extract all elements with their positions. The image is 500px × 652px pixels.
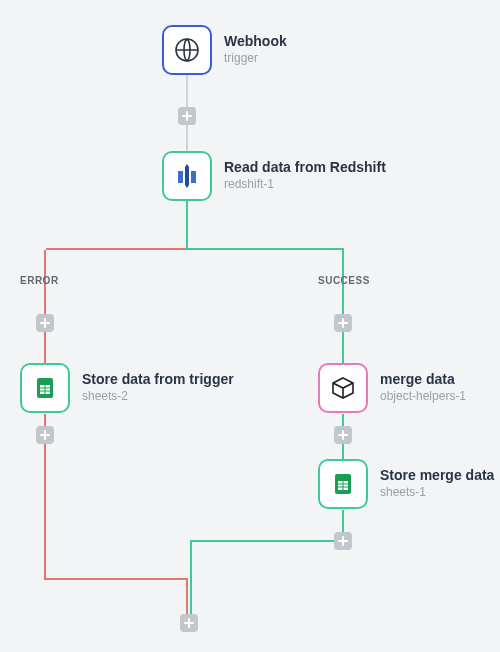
connector [46,248,188,250]
node-subtitle: sheets-1 [380,484,494,501]
svg-marker-4 [185,164,189,167]
branch-label-error: ERROR [20,275,59,286]
node-title: Store data from trigger [82,371,234,388]
node-title: Read data from Redshift [224,159,386,176]
svg-rect-1 [185,167,189,185]
node-subtitle: redshift-1 [224,176,386,193]
sheets-icon[interactable] [20,363,70,413]
connector [186,200,188,248]
connector [186,248,344,250]
add-step-button[interactable] [36,426,54,444]
branch-label-success: SUCCESS [318,275,370,286]
node-label: Webhook trigger [224,33,287,67]
node-label: merge data object-helpers-1 [380,371,466,405]
node-webhook[interactable]: Webhook trigger [162,25,287,75]
add-step-button[interactable] [178,107,196,125]
cube-icon[interactable] [318,363,368,413]
workflow-canvas: ERROR SUCCESS Webhook trigger Read [0,0,500,652]
node-title: Webhook [224,33,287,50]
node-label: Store merge data sheets-1 [380,467,494,501]
connector [342,250,344,363]
webhook-icon[interactable] [162,25,212,75]
add-step-button[interactable] [36,314,54,332]
redshift-icon[interactable] [162,151,212,201]
add-step-button[interactable] [334,314,352,332]
connector [186,123,188,153]
node-subtitle: object-helpers-1 [380,388,466,405]
node-label: Store data from trigger sheets-2 [82,371,234,405]
connector [44,578,188,580]
node-sheets-1[interactable]: Store merge data sheets-1 [318,459,494,509]
node-merge[interactable]: merge data object-helpers-1 [318,363,466,413]
add-step-button[interactable] [334,426,352,444]
connector [190,540,344,542]
node-title: Store merge data [380,467,494,484]
node-redshift[interactable]: Read data from Redshift redshift-1 [162,151,386,201]
node-label: Read data from Redshift redshift-1 [224,159,386,193]
connector [44,250,46,363]
add-step-button[interactable] [180,614,198,632]
add-step-button[interactable] [334,532,352,550]
sheets-icon[interactable] [318,459,368,509]
node-subtitle: trigger [224,50,287,67]
svg-rect-2 [178,171,183,183]
node-sheets-2[interactable]: Store data from trigger sheets-2 [20,363,234,413]
node-subtitle: sheets-2 [82,388,234,405]
svg-marker-5 [185,185,189,188]
node-title: merge data [380,371,466,388]
svg-rect-3 [191,171,196,183]
